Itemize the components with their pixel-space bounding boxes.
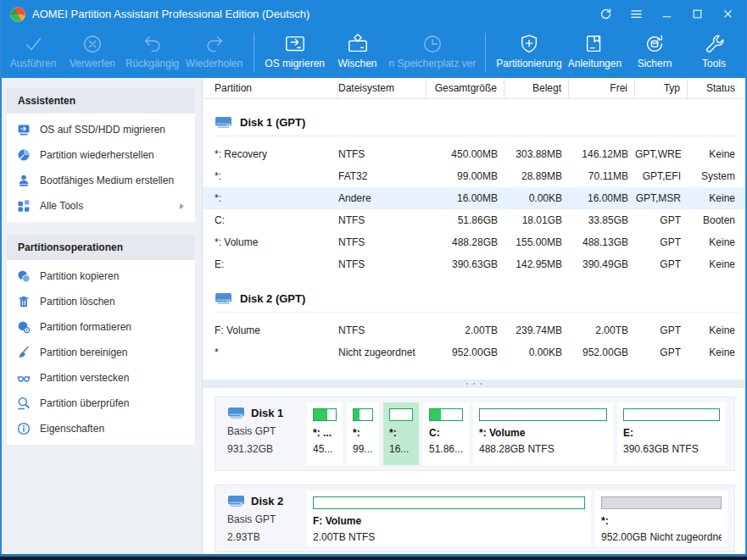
column-header-typ: Typ (635, 79, 688, 98)
usage-bar (623, 408, 720, 421)
toolbar-button-anleitungen[interactable]: Anleitungen (565, 28, 625, 69)
properties-icon (17, 422, 31, 435)
sidebar-item-partition-formatieren[interactable]: Partition formatieren (7, 314, 195, 340)
toolbar-button-wiederholen: Wiederholen (182, 28, 246, 69)
partition-block[interactable]: C:51.86... (423, 402, 469, 465)
sidebar-item-eigenschaften[interactable]: Eigenschaften (7, 416, 195, 441)
toolbar-button-ausf-hren: Ausführen (3, 28, 63, 69)
toolbar-button-n-speicherplatz-ver: n Speicherplatz ver (387, 28, 478, 69)
window-bottom-border (0, 554, 747, 560)
sidebar-item-os-auf-ssd-hdd-migrieren[interactable]: OS auf SSD/HDD migrieren (7, 117, 195, 142)
table-row[interactable]: *:FAT3299.00MB28.89MB70.11MBGPT,EFISyste… (203, 165, 747, 187)
table-header-row: PartitionDateisystemGesamtgrößeBelegtFre… (203, 78, 747, 99)
table-row[interactable]: E:NTFS390.63GB142.95MB390.49GBGPTKeine (203, 253, 747, 275)
sidebar-item-label: Partition überprüfen (40, 397, 129, 409)
toolbar-button-label: Anleitungen (568, 58, 622, 69)
app-body: AssistentenOS auf SSD/HDD migrierenParti… (0, 78, 747, 554)
toolbar-button-r-ckg-ngig: Rückgängig (122, 28, 182, 69)
table-row[interactable]: *: RecoveryNTFS450.00MB303.88MB146.12MBG… (203, 143, 747, 165)
cell-used: 155.00MB (505, 236, 569, 248)
toolbar-button-sichern[interactable]: Sichern (625, 28, 684, 69)
usage-bar (429, 408, 463, 421)
disk-group-header-disk-2-gpt[interactable]: Disk 2 (GPT) (215, 287, 747, 309)
cell-type: GPT (635, 214, 688, 226)
cell-status: Keine (688, 236, 742, 248)
main-panel: PartitionDateisystemGesamtgrößeBelegtFre… (203, 78, 747, 554)
minimize-button[interactable] (655, 4, 677, 25)
table-row[interactable]: *: VolumeNTFS488.28GB155.00MB488.13GBGPT… (203, 231, 747, 253)
sidebar-item-label: Partition verstecken (40, 372, 129, 384)
sidebar-item-label: Partition kopieren (40, 270, 119, 282)
maximize-button[interactable] (686, 4, 708, 25)
toolbar-button-tools[interactable]: Tools (684, 28, 744, 69)
partition-block[interactable]: *:99... (347, 402, 379, 465)
title-bar: AOMEI Partition Assistant Professional E… (0, 0, 747, 28)
panel-splitter[interactable] (203, 380, 747, 388)
usage-bar (479, 408, 607, 421)
partition-block[interactable]: *: Volume488.28GB NTFS (473, 402, 613, 465)
usage-bar-fill (354, 409, 360, 420)
cell-free: 390.49GB (569, 258, 635, 270)
partition-label: C: (429, 427, 463, 439)
partition-block[interactable]: E:390.63GB NTFS (617, 402, 726, 465)
sidebar-item-label: Eigenschaften (40, 423, 104, 435)
disk-group-label: Disk 2 (GPT) (240, 292, 305, 305)
toolbar-button-wischen[interactable]: Wischen (328, 28, 387, 69)
table-row[interactable]: C:NTFS51.86GB18.01GB33.85GBGPTBooten (203, 209, 747, 231)
partition-label: E: (623, 427, 720, 439)
migrate-os-icon (284, 32, 306, 56)
cell-partition: C: (215, 214, 338, 226)
partition-block[interactable]: *:16... (383, 402, 419, 465)
close-button[interactable] (716, 4, 739, 25)
toolbar-button-verwerfen: Verwerfen (63, 28, 122, 69)
cell-type: GPT (635, 236, 688, 248)
toolbar-button-partitionierung[interactable]: Partitionierung (493, 28, 565, 69)
toolbar-button-os-migrieren[interactable]: OS migrieren (262, 28, 328, 69)
cell-partition: *: (215, 192, 338, 204)
backup-icon (644, 32, 666, 56)
table-row[interactable]: *:Andere16.00MB0.00KB16.00MBGPT,MSRKeine (203, 187, 747, 209)
cell-used: 142.95MB (505, 258, 569, 270)
cell-status: Keine (688, 148, 742, 160)
sidebar-item-partition-wiederherstellen[interactable]: Partition wiederherstellen (7, 142, 195, 168)
sidebar-item-label: Partition löschen (40, 296, 115, 308)
cell-total: 450.00MB (426, 148, 505, 160)
partition-block[interactable]: F: Volume2.00TB NTFS (307, 491, 591, 546)
sidebar: AssistentenOS auf SSD/HDD migrierenParti… (0, 78, 203, 554)
partition-block[interactable]: *: ...45... (307, 402, 343, 465)
window-left-border (0, 0, 2, 560)
table-row[interactable]: F: VolumeNTFS2.00TB239.74MB2.00TBGPTKein… (203, 319, 747, 341)
cell-status: Keine (688, 324, 742, 336)
check-icon (22, 32, 44, 56)
window-controls (594, 4, 739, 25)
check-partition-icon (17, 396, 31, 410)
cell-used: 0.00KB (505, 192, 569, 204)
sidebar-item-partition-berpr-fen[interactable]: Partition überprüfen (7, 391, 195, 416)
cell-total: 952.00GB (426, 347, 505, 358)
sidebar-item-partition-bereinigen[interactable]: Partition bereinigen (7, 340, 195, 365)
cell-free: 952.00GB (569, 347, 635, 358)
partition-label: *: ... (313, 427, 337, 439)
sidebar-item-partition-l-schen[interactable]: Partition löschen (7, 289, 195, 314)
cell-free: 2.00TB (569, 324, 635, 336)
partition-block[interactable]: *:952.00GB Nicht zugeordnet (595, 491, 727, 546)
menu-button[interactable] (625, 4, 647, 25)
disk-group-divider (215, 312, 740, 313)
sidebar-item-partition-verstecken[interactable]: Partition verstecken (7, 365, 195, 391)
table-row[interactable]: *Nicht zugeordnet952.00GB0.00KB952.00GBG… (203, 341, 747, 363)
disk-scheme: Basis GPT (227, 425, 307, 437)
usage-bar-fill (602, 497, 721, 508)
disk-card-disk-1: Disk 1Basis GPT931.32GB*: ...45...*:99..… (215, 396, 735, 471)
refresh-button[interactable] (594, 4, 616, 25)
usage-bar-fill (430, 409, 441, 420)
disk-group-header-disk-1-gpt[interactable]: Disk 1 (GPT) (215, 111, 747, 133)
sidebar-item-bootf-higes-medium-erstellen[interactable]: Bootfähiges Medium erstellen (7, 168, 195, 193)
cell-fs: Nicht zugeordnet (338, 347, 426, 358)
cell-status: System (688, 170, 742, 182)
disk-info: Disk 2Basis GPT2.93TB (220, 491, 307, 546)
sidebar-item-partition-kopieren[interactable]: Partition kopieren (7, 263, 195, 289)
sidebar-item-alle-tools[interactable]: Alle Tools (7, 193, 195, 219)
partition-table: PartitionDateisystemGesamtgrößeBelegtFre… (203, 78, 747, 380)
toolbar-button-label: OS migrieren (265, 58, 325, 69)
partitioning-icon (518, 32, 540, 56)
